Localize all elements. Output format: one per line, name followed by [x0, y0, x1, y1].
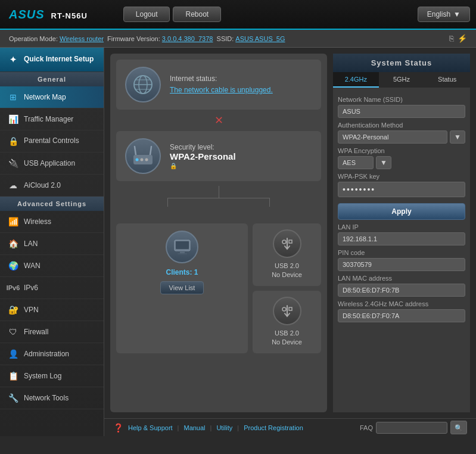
sidebar-item-label: Traffic Manager: [24, 115, 73, 123]
operation-mode-label: Operation Mode:: [9, 35, 58, 42]
internet-status-label: Internet status:: [170, 74, 217, 83]
connection-line: ✕: [116, 114, 321, 126]
wpa-encryption-row: AES ▼: [338, 156, 465, 169]
sidebar: ✦ Quick Internet Setup General ⊞ Network…: [0, 48, 104, 436]
sidebar-item-parental-controls[interactable]: 🔒 Parental Controls: [0, 130, 104, 153]
sidebar-item-label: WAN: [24, 262, 41, 270]
svg-rect-12: [180, 251, 185, 253]
operation-mode-value[interactable]: Wireless router: [60, 35, 104, 42]
utility-link[interactable]: Utility: [216, 424, 232, 431]
reboot-button[interactable]: Reboot: [173, 7, 221, 22]
sidebar-item-label: IPv6: [24, 284, 38, 292]
main-layout: ✦ Quick Internet Setup General ⊞ Network…: [0, 48, 476, 436]
network-name-field: ASUS: [338, 105, 465, 118]
wpa-encryption-dropdown-icon[interactable]: ▼: [376, 156, 391, 169]
system-status-panel: System Status 2.4GHz 5GHz Status Network…: [333, 54, 470, 412]
sidebar-item-ipv6[interactable]: IPv6 IPv6: [0, 277, 104, 299]
sidebar-item-label: System Log: [24, 372, 61, 380]
faq-label: FAQ: [360, 424, 373, 431]
sidebar-item-network-map[interactable]: ⊞ Network Map: [0, 86, 104, 108]
sidebar-item-quick-setup[interactable]: ✦ Quick Internet Setup: [0, 48, 104, 72]
svg-point-8: [136, 158, 139, 161]
usb1-block: USB 2.0 No Device: [253, 223, 321, 286]
firmware-value[interactable]: 3.0.0.4.380_7378: [162, 35, 213, 42]
wpa-encryption-label: WPA Encryption: [338, 147, 465, 154]
firewall-icon: 🛡: [7, 326, 19, 338]
sidebar-item-system-log[interactable]: 📋 System Log: [0, 365, 104, 387]
sidebar-item-usb-application[interactable]: 🔌 USB Application: [0, 153, 104, 175]
product-registration-link[interactable]: Product Registration: [244, 424, 303, 431]
copy-icon[interactable]: ⎘: [449, 34, 454, 43]
help-support-link[interactable]: Help & Support: [128, 424, 173, 431]
auth-method-dropdown-icon[interactable]: ▼: [450, 130, 465, 144]
faq-search-input[interactable]: [376, 422, 447, 434]
view-list-button[interactable]: View List: [160, 281, 204, 294]
sidebar-item-wan[interactable]: 🌍 WAN: [0, 255, 104, 277]
sidebar-advanced-header: Advanced Settings: [0, 197, 104, 211]
wpa-psk-field[interactable]: ••••••••: [338, 182, 465, 197]
tree-connector: [116, 186, 321, 198]
header: ASUS RT-N56U Logout Reboot English ▼: [0, 0, 476, 30]
pin-code-label: PIN code: [338, 249, 465, 256]
tab-24ghz[interactable]: 2.4GHz: [333, 72, 379, 88]
content-wrapper: Internet status: The network cable is un…: [104, 48, 476, 436]
faq-search-button[interactable]: 🔍: [450, 421, 467, 434]
pin-code-field: 30370579: [338, 258, 465, 271]
sidebar-item-firewall[interactable]: 🛡 Firewall: [0, 321, 104, 343]
svg-point-9: [141, 158, 144, 161]
router-icon: [125, 138, 161, 174]
network-bottom-row: Clients: 1 View List: [116, 223, 321, 353]
divider2: |: [210, 424, 212, 431]
sidebar-item-wireless[interactable]: 📶 Wireless: [0, 211, 104, 233]
content-row: Internet status: The network cable is un…: [104, 48, 476, 418]
usb2-icon: [273, 297, 301, 325]
svg-line-5: [135, 147, 136, 155]
clients-block: Clients: 1 View List: [116, 223, 248, 353]
usb2-status: No Device: [272, 338, 302, 346]
lock-icon: 🔒: [170, 163, 177, 169]
svg-rect-16: [289, 240, 292, 243]
sidebar-general-header: General: [0, 72, 104, 86]
ssid-label: SSID:: [217, 35, 234, 42]
language-label: English: [427, 10, 450, 18]
sidebar-item-vpn[interactable]: 🔐 VPN: [0, 299, 104, 321]
tab-5ghz[interactable]: 5GHz: [379, 72, 425, 88]
logo: ASUS RT-N56U: [6, 8, 88, 21]
lan-mac-field: D8:50:E6:D7:F0:7B: [338, 284, 465, 297]
usb-icon[interactable]: ⚡: [458, 34, 467, 43]
usb1-label: USB 2.0 No Device: [272, 262, 302, 280]
security-level-label: Security level:: [170, 143, 214, 151]
usb2-type: USB 2.0: [275, 329, 299, 337]
search-icon: 🔍: [455, 424, 463, 431]
sidebar-item-label: Firewall: [24, 328, 48, 336]
language-selector: English ▼: [418, 7, 470, 22]
lan-mac-label: LAN MAC address: [338, 275, 465, 282]
wireless-mac-label: Wireless 2.4GHz MAC address: [338, 300, 465, 307]
svg-point-10: [145, 158, 148, 161]
sidebar-item-label: Administration: [24, 350, 69, 358]
sidebar-item-network-tools[interactable]: 🔧 Network Tools: [0, 387, 104, 409]
clients-count: 1: [194, 268, 198, 276]
sidebar-item-lan[interactable]: 🏠 LAN: [0, 233, 104, 255]
logout-button[interactable]: Logout: [123, 7, 170, 22]
tab-status[interactable]: Status: [424, 72, 470, 88]
wireless-mac-field: D8:50:E6:D7:F0:7A: [338, 309, 465, 322]
auth-method-label: Authentication Method: [338, 122, 465, 129]
manual-link[interactable]: Manual: [183, 424, 205, 431]
chevron-down-icon: ▼: [453, 10, 461, 18]
sidebar-item-traffic-manager[interactable]: 📊 Traffic Manager: [0, 108, 104, 130]
sidebar-item-aicloud[interactable]: ☁ AiCloud 2.0: [0, 175, 104, 197]
security-level-text: Security level: WPA2-Personal 🔒: [170, 143, 236, 170]
internet-status-value[interactable]: The network cable is unplugged.: [170, 86, 273, 94]
svg-rect-13: [178, 253, 187, 254]
sidebar-item-administration[interactable]: 👤 Administration: [0, 343, 104, 365]
faq-section: FAQ 🔍: [360, 421, 467, 434]
sidebar-item-label: VPN: [24, 306, 39, 314]
language-button[interactable]: English ▼: [418, 7, 470, 22]
svg-line-6: [150, 147, 151, 155]
apply-button[interactable]: Apply: [338, 203, 465, 220]
divider3: |: [237, 424, 239, 431]
usb2-label: USB 2.0 No Device: [272, 329, 302, 347]
ssid-value[interactable]: ASUS ASUS_5G: [235, 35, 285, 42]
header-buttons: Logout Reboot: [123, 7, 221, 22]
